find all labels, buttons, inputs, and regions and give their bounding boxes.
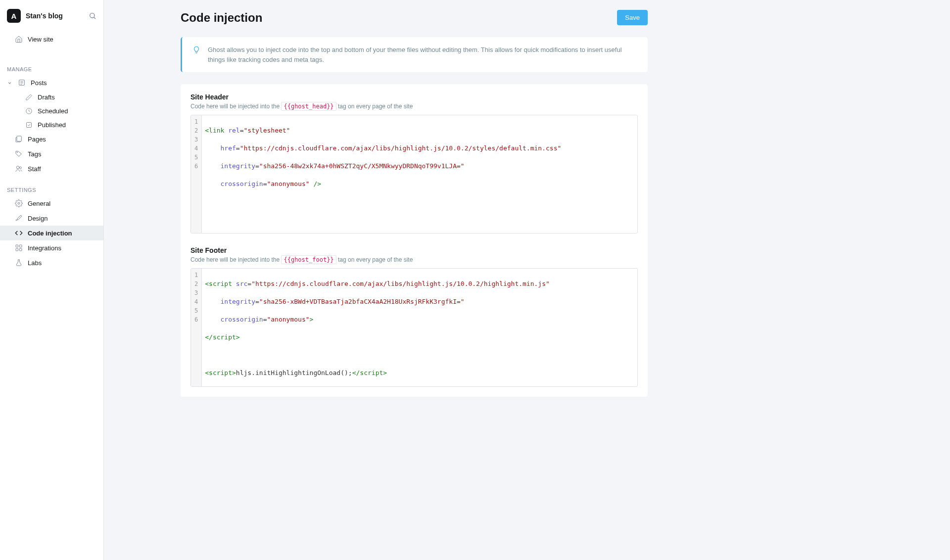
sidebar-item-label: Integrations: [28, 244, 61, 252]
site-logo: A: [7, 9, 21, 23]
svg-rect-13: [16, 245, 18, 247]
tag-icon: [15, 150, 23, 158]
sidebar-section-manage: MANAGE: [0, 62, 103, 75]
sidebar-item-label: Pages: [28, 136, 46, 143]
sidebar-item-label: Drafts: [38, 93, 55, 101]
site-title: Stan's blog: [26, 12, 63, 20]
sidebar-item-code-injection[interactable]: Code injection: [0, 226, 103, 240]
sidebar-item-pages[interactable]: Pages: [0, 132, 103, 146]
sidebar-header: A Stan's blog: [0, 9, 103, 32]
sidebar-item-label: Code injection: [28, 230, 72, 237]
svg-point-12: [18, 202, 20, 204]
svg-point-9: [17, 152, 17, 152]
code-area[interactable]: <script src="https://cdnjs.cloudflare.co…: [202, 269, 637, 386]
info-text: Ghost allows you to inject code into the…: [208, 45, 638, 64]
sidebar-item-label: Staff: [28, 165, 41, 173]
page-title: Code injection: [181, 11, 262, 25]
search-icon: [89, 12, 96, 20]
section-description: Code here will be injected into the {{gh…: [190, 103, 638, 110]
section-description: Code here will be injected into the {{gh…: [190, 256, 638, 263]
section-title: Site Header: [190, 93, 638, 101]
site-footer-section: Site Footer Code here will be injected i…: [190, 246, 638, 387]
chevron-down-icon: [7, 81, 12, 85]
sidebar-item-label: Posts: [31, 79, 47, 87]
svg-rect-16: [19, 248, 22, 251]
clock-icon: [25, 107, 33, 115]
code-area[interactable]: <link rel="stylesheet" href="https://cdn…: [202, 115, 637, 233]
svg-line-1: [94, 17, 95, 19]
integrations-icon: [15, 244, 23, 252]
ghost-head-tag: {{ghost_head}}: [281, 102, 336, 111]
code-injection-panel: Site Header Code here will be injected i…: [181, 84, 648, 397]
sidebar-item-label: Scheduled: [38, 107, 68, 115]
svg-rect-14: [19, 245, 22, 247]
svg-rect-8: [17, 136, 21, 141]
brush-icon: [15, 214, 23, 222]
sidebar-item-staff[interactable]: Staff: [0, 161, 103, 176]
sidebar-item-general[interactable]: General: [0, 196, 103, 211]
main-content: Code injection Save Ghost allows you to …: [104, 0, 950, 560]
staff-icon: [15, 165, 23, 173]
pages-icon: [15, 135, 23, 143]
sidebar-item-design[interactable]: Design: [0, 211, 103, 226]
sidebar-item-label: View site: [28, 36, 53, 43]
gear-icon: [15, 199, 23, 207]
svg-rect-7: [26, 122, 31, 127]
sidebar-item-posts[interactable]: Posts: [0, 75, 103, 90]
sidebar-item-label: Published: [38, 121, 66, 129]
sidebar-view-site[interactable]: View site: [0, 32, 103, 47]
search-button[interactable]: [89, 12, 96, 20]
lightbulb-icon: [192, 46, 201, 64]
sidebar-item-label: Design: [28, 215, 48, 222]
posts-icon: [18, 79, 26, 87]
sidebar-subitem-scheduled[interactable]: Scheduled: [0, 104, 103, 118]
sidebar: A Stan's blog View site MANAGE Posts Dra…: [0, 0, 104, 560]
info-box: Ghost allows you to inject code into the…: [181, 37, 648, 72]
sidebar-item-labs[interactable]: Labs: [0, 255, 103, 270]
sidebar-subitem-drafts[interactable]: Drafts: [0, 90, 103, 104]
svg-point-11: [19, 167, 21, 169]
footer-code-editor[interactable]: 1 2 3 4 5 6 <script src="https://cdnjs.c…: [190, 268, 638, 387]
ghost-foot-tag: {{ghost_foot}}: [281, 255, 336, 264]
code-icon: [15, 229, 23, 237]
home-icon: [15, 35, 23, 43]
svg-point-0: [90, 13, 95, 18]
site-header-section: Site Header Code here will be injected i…: [190, 93, 638, 233]
pencil-icon: [25, 93, 33, 101]
page-header: Code injection Save: [181, 10, 648, 25]
sidebar-section-settings: SETTINGS: [0, 183, 103, 196]
published-icon: [25, 121, 33, 129]
sidebar-item-integrations[interactable]: Integrations: [0, 240, 103, 255]
header-code-editor[interactable]: 1 2 3 4 5 6 <link rel="stylesheet" href=…: [190, 115, 638, 233]
line-gutter: 1 2 3 4 5 6: [191, 115, 202, 233]
section-title: Site Footer: [190, 246, 638, 254]
sidebar-item-tags[interactable]: Tags: [0, 146, 103, 161]
flask-icon: [15, 259, 23, 267]
line-gutter: 1 2 3 4 5 6: [191, 269, 202, 386]
sidebar-item-label: Tags: [28, 150, 41, 158]
sidebar-item-label: Labs: [28, 259, 42, 267]
site-brand[interactable]: A Stan's blog: [7, 9, 63, 23]
svg-point-10: [16, 166, 19, 169]
sidebar-subitem-published[interactable]: Published: [0, 118, 103, 132]
sidebar-item-label: General: [28, 200, 50, 207]
svg-rect-15: [16, 248, 18, 251]
save-button[interactable]: Save: [617, 10, 648, 25]
